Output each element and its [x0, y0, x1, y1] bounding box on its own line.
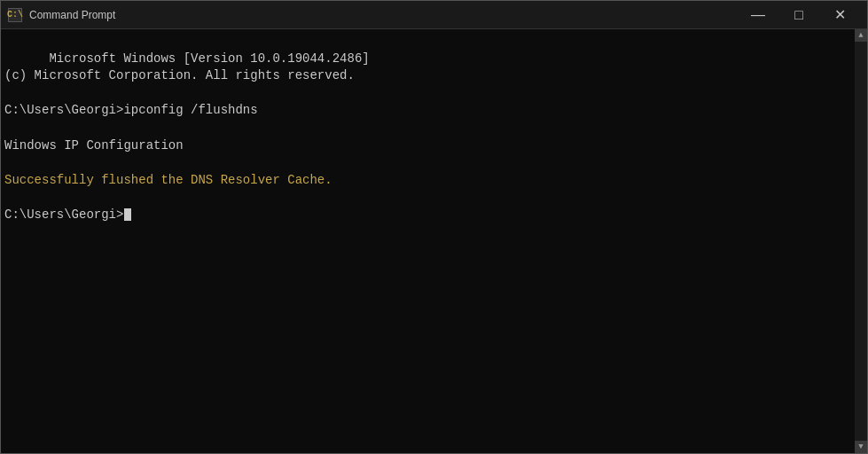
window-icon: C:\ [8, 8, 22, 22]
line-success: Successfully flushed the DNS Resolver Ca… [4, 173, 332, 187]
minimize-button[interactable]: — [738, 1, 778, 29]
scrollbar-down-button[interactable]: ▼ [855, 441, 867, 453]
command-prompt-window: C:\ Command Prompt — □ ✕ Microsoft Windo… [0, 0, 868, 454]
line-1: Microsoft Windows [Version 10.0.19044.24… [4, 51, 370, 153]
scrollbar-up-button[interactable]: ▲ [855, 29, 867, 42]
window-controls: — □ ✕ [738, 1, 860, 29]
scrollbar[interactable]: ▲ ▼ [855, 29, 867, 453]
terminal-content: Microsoft Windows [Version 10.0.19044.24… [4, 33, 864, 241]
terminal-body[interactable]: Microsoft Windows [Version 10.0.19044.24… [1, 29, 867, 453]
window-title: Command Prompt [29, 9, 738, 21]
maximize-button[interactable]: □ [778, 1, 819, 29]
title-bar: C:\ Command Prompt — □ ✕ [1, 1, 867, 29]
close-button[interactable]: ✕ [819, 1, 860, 29]
line-after: C:\Users\Georgi> [4, 207, 123, 222]
scrollbar-track [855, 42, 867, 441]
cursor [124, 208, 131, 221]
